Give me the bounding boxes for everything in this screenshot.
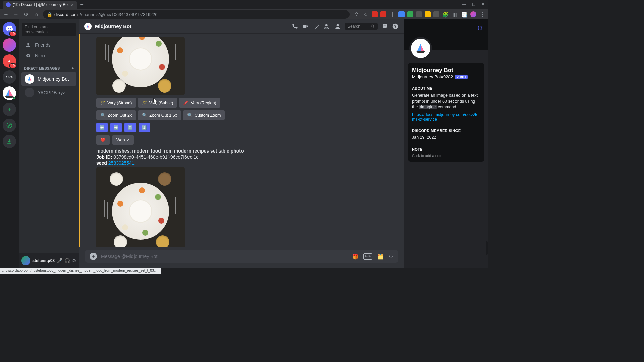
profile-avatar-icon[interactable] xyxy=(470,11,476,17)
address-bar[interactable]: 🔒 discord.com/channels/@me/1063443749197… xyxy=(43,10,350,19)
web-link-button[interactable]: Web↗ xyxy=(112,135,134,145)
emoji-icon[interactable]: ☺ xyxy=(388,253,394,260)
gif-icon[interactable]: GIF xyxy=(363,253,372,260)
custom-zoom-button[interactable]: 🔍Custom Zoom xyxy=(183,110,225,120)
url-path: /channels/@me/1063443749197316226 xyxy=(80,12,158,17)
self-avatar[interactable] xyxy=(21,256,30,265)
magnifier-icon: 🔍 xyxy=(142,113,147,118)
url-host: discord.com xyxy=(54,12,78,17)
vary-strong-button[interactable]: 🪄Vary (Strong) xyxy=(96,98,136,108)
tab-title: (19) Discord | @Midjourney Bot xyxy=(13,2,69,7)
magnifier-icon: 🔍 xyxy=(187,113,193,118)
dm-sidebar: Find or start a conversation Friends Nit… xyxy=(19,19,79,268)
lock-icon: 🔒 xyxy=(47,12,52,17)
maximize-icon[interactable]: ▢ xyxy=(472,2,475,6)
create-dm-icon[interactable]: + xyxy=(72,66,74,70)
dev-badge[interactable]: { } xyxy=(476,24,484,31)
action-row-vary: 🪄Vary (Strong) 🪄Vary (Subtle) 🖍️Vary (Re… xyxy=(96,98,404,108)
close-tab-icon[interactable]: × xyxy=(71,2,73,7)
server-icon-1[interactable] xyxy=(3,38,16,52)
abp-extension-icon[interactable] xyxy=(372,11,378,17)
midjourney-avatar-icon xyxy=(25,74,34,84)
recorder-extension-icon[interactable] xyxy=(380,11,386,17)
note-input[interactable]: Click to add a note xyxy=(412,154,480,158)
explore-servers-button[interactable] xyxy=(3,119,16,132)
header-avatar-icon xyxy=(84,23,92,30)
sticker-icon[interactable]: 🗂️ xyxy=(377,253,384,260)
pinned-messages-icon[interactable] xyxy=(313,23,320,30)
add-friends-icon[interactable] xyxy=(323,23,331,30)
start-voice-call-icon[interactable] xyxy=(291,23,299,30)
find-conversation-input[interactable]: Find or start a conversation xyxy=(22,23,76,36)
extension-icon-4[interactable] xyxy=(425,11,431,17)
sparkle-icon: 🪄 xyxy=(142,101,147,105)
message-input[interactable] xyxy=(101,254,348,259)
back-button[interactable]: ← xyxy=(3,11,9,18)
pan-up-button[interactable]: ⬆️ xyxy=(124,123,136,132)
server-icon-2[interactable]: A19 xyxy=(3,54,16,68)
profile-name: Midjourney Bot xyxy=(412,67,480,74)
reload-button[interactable]: ⟳ xyxy=(23,11,30,18)
minimize-icon[interactable]: — xyxy=(462,2,466,6)
server-icon-svs[interactable]: Svs xyxy=(3,70,16,84)
new-tab-button[interactable]: + xyxy=(77,2,87,8)
favorite-button[interactable]: ❤️ xyxy=(96,135,110,145)
dm-midjourney-bot[interactable]: Midjourney Bot xyxy=(21,72,76,86)
browser-chrome: (19) Discord | @Midjourney Bot × + — ▢ ✕… xyxy=(0,0,488,19)
svg-rect-4 xyxy=(303,25,306,27)
reading-list-icon[interactable]: 📑 xyxy=(461,11,468,18)
dm-yagpdb[interactable]: YAGPDB.xyz xyxy=(21,86,76,99)
add-server-button[interactable]: + xyxy=(3,103,16,116)
gift-icon[interactable]: 🎁 xyxy=(352,253,359,260)
pan-right-button[interactable]: ➡️ xyxy=(110,123,122,132)
home-button[interactable]: ⌂ xyxy=(33,11,40,18)
sidebar-item-friends[interactable]: Friends xyxy=(21,40,76,50)
search-icon xyxy=(370,24,375,29)
side-panel-icon[interactable]: ▥ xyxy=(451,11,458,18)
window-controls: — ▢ ✕ xyxy=(458,0,488,8)
browser-tab[interactable]: (19) Discord | @Midjourney Bot × xyxy=(3,1,77,9)
profile-banner: { } xyxy=(404,19,488,50)
dm-label: YAGPDB.xyz xyxy=(38,90,65,95)
extensions-puzzle-icon[interactable]: 🧩 xyxy=(442,11,449,18)
server-icon-midjourney[interactable] xyxy=(3,86,16,100)
pan-down-button[interactable]: ⬇️ xyxy=(139,123,150,132)
extension-icon-5[interactable] xyxy=(433,11,439,17)
close-window-icon[interactable]: ✕ xyxy=(481,2,484,6)
action-row-misc: ❤️ Web↗ xyxy=(96,135,404,145)
extension-icon-1[interactable] xyxy=(398,11,405,17)
attach-button[interactable]: + xyxy=(90,253,97,260)
download-apps-button[interactable] xyxy=(3,135,16,148)
heart-icon: ❤️ xyxy=(100,137,106,142)
dm-header-label: DIRECT MESSAGES xyxy=(24,66,60,70)
bookmark-icon[interactable]: ☆ xyxy=(362,11,369,18)
user-settings-icon[interactable]: ⚙ xyxy=(72,258,76,263)
tos-link[interactable]: https://docs.midjourney.com/docs/terms-o… xyxy=(412,112,480,122)
deafen-icon[interactable]: 🎧 xyxy=(64,258,70,263)
forward-button[interactable]: → xyxy=(13,11,19,18)
generated-image-full[interactable] xyxy=(96,167,185,247)
search-input[interactable]: Search xyxy=(345,23,378,30)
member-since-date: Jan 29, 2022 xyxy=(412,135,480,141)
bot-badge: ✓ BOT xyxy=(455,75,468,79)
zoom-out-1-5x-button[interactable]: 🔍Zoom Out 1.5x xyxy=(138,110,181,120)
extension-icon-3[interactable] xyxy=(416,11,422,17)
help-icon[interactable]: ? xyxy=(392,23,399,30)
inbox-icon[interactable] xyxy=(381,23,388,30)
vary-subtle-button[interactable]: 🪄Vary (Subtle) xyxy=(138,98,177,108)
start-video-call-icon[interactable] xyxy=(302,23,309,30)
vary-region-button[interactable]: 🖍️Vary (Region) xyxy=(179,98,220,108)
generated-image-preview[interactable] xyxy=(96,37,185,95)
zoom-out-2x-button[interactable]: 🔍Zoom Out 2x xyxy=(96,110,136,120)
dm-home-button[interactable]: 19 xyxy=(3,22,16,36)
share-icon[interactable]: ⇪ xyxy=(353,11,360,18)
pan-left-button[interactable]: ⬅️ xyxy=(96,123,108,132)
mute-mic-icon[interactable]: 🎤 xyxy=(57,258,62,263)
extension-tray: ⇪ ☆ | 🧩 ▥ 📑 ⋮ xyxy=(353,11,486,18)
sidebar-item-nitro[interactable]: Nitro xyxy=(21,50,76,61)
extension-icon-2[interactable] xyxy=(407,11,413,17)
profile-avatar[interactable] xyxy=(409,37,432,60)
hide-profile-icon[interactable] xyxy=(334,23,341,30)
browser-menu-icon[interactable]: ⋮ xyxy=(479,11,486,18)
separator-icon: | xyxy=(389,11,396,18)
